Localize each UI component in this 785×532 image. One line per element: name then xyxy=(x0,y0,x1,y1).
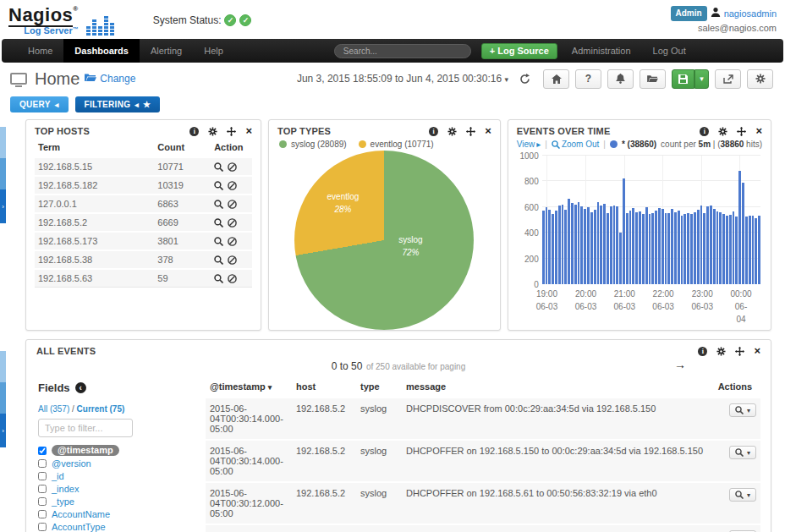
histogram-bar[interactable] xyxy=(613,206,616,284)
nav-item-home[interactable]: Home xyxy=(17,39,63,63)
histogram-bar[interactable] xyxy=(716,211,719,284)
legend-item-eventlog[interactable]: eventlog (10771) xyxy=(359,140,434,149)
field-checkbox[interactable] xyxy=(38,497,47,506)
field-filter-input[interactable] xyxy=(38,419,133,437)
histogram-bar[interactable] xyxy=(726,216,728,284)
histogram-bar[interactable] xyxy=(626,213,629,284)
histogram-bar[interactable] xyxy=(555,211,557,284)
histogram-bar[interactable] xyxy=(564,210,567,284)
histogram-bar[interactable] xyxy=(568,199,570,284)
histogram-bar[interactable] xyxy=(574,205,577,284)
exclude-filter-icon[interactable] xyxy=(228,200,237,209)
histogram-bar[interactable] xyxy=(749,216,751,284)
field-checkbox[interactable] xyxy=(38,447,47,455)
histogram-bar[interactable] xyxy=(671,209,673,284)
event-actions-button[interactable]: ▾ xyxy=(729,403,756,417)
histogram-bar[interactable] xyxy=(690,214,693,284)
nav-item-administration[interactable]: Administration xyxy=(561,39,642,63)
field-checkbox[interactable] xyxy=(38,485,47,493)
histogram-bar[interactable] xyxy=(594,210,596,284)
histogram-bar[interactable] xyxy=(571,203,574,284)
histogram-bar[interactable] xyxy=(694,212,696,284)
field-checkbox[interactable] xyxy=(38,510,47,518)
series-toggle-dot[interactable] xyxy=(610,140,618,148)
search-filter-icon[interactable] xyxy=(214,255,223,265)
collapse-fields-icon[interactable]: ‹ xyxy=(75,382,86,393)
gear-icon[interactable] xyxy=(447,127,457,136)
column-header-timestamp[interactable]: @timestamp ▾ xyxy=(206,378,292,398)
histogram-bar[interactable] xyxy=(742,183,744,284)
histogram-bar[interactable] xyxy=(658,208,661,284)
histogram-bar[interactable] xyxy=(600,206,602,284)
close-icon[interactable]: × xyxy=(754,347,760,355)
search-filter-icon[interactable] xyxy=(214,237,223,246)
refresh-icon[interactable] xyxy=(519,74,530,85)
row-toggle-dark[interactable]: › xyxy=(0,189,6,223)
field-checkbox[interactable] xyxy=(38,472,47,480)
close-icon[interactable]: × xyxy=(485,127,491,135)
histogram-bar[interactable] xyxy=(590,212,593,284)
histogram-bar[interactable] xyxy=(729,215,732,284)
nagios-logo[interactable]: Nagios® Log Server™ xyxy=(8,6,114,36)
histogram-bar[interactable] xyxy=(681,216,683,284)
histogram-bar[interactable] xyxy=(687,213,689,284)
histogram-bar[interactable] xyxy=(745,217,748,284)
save-dashboard-button[interactable] xyxy=(672,69,694,89)
histogram-bar[interactable] xyxy=(655,211,657,284)
search-filter-icon[interactable] xyxy=(214,218,223,228)
add-log-source-button[interactable]: + Log Source xyxy=(481,43,557,59)
histogram-bar[interactable] xyxy=(649,214,651,284)
query-toggle-button[interactable]: QUERY◂ xyxy=(10,96,69,112)
histogram-bar[interactable] xyxy=(619,233,622,284)
legend-item-syslog[interactable]: syslog (28089) xyxy=(279,140,347,149)
histogram-bar[interactable] xyxy=(546,207,548,284)
close-icon[interactable]: × xyxy=(245,127,252,135)
settings-gear-button[interactable] xyxy=(747,69,773,89)
histogram-bar[interactable] xyxy=(661,209,664,284)
histogram-bar[interactable] xyxy=(678,211,680,284)
filtering-toggle-button[interactable]: FILTERING◂★ xyxy=(75,96,161,112)
column-header-term[interactable]: Term xyxy=(35,140,154,157)
events-histogram[interactable]: 02004006008001000 xyxy=(542,156,760,284)
username-link[interactable]: nagiosadmin xyxy=(724,7,777,21)
histogram-bar[interactable] xyxy=(552,214,554,284)
histogram-bar[interactable] xyxy=(603,204,606,284)
search-filter-icon[interactable] xyxy=(214,274,223,283)
histogram-bar[interactable] xyxy=(607,213,609,284)
types-pie-chart[interactable] xyxy=(294,151,474,330)
histogram-bar[interactable] xyxy=(703,213,705,284)
histogram-bar[interactable] xyxy=(632,208,634,284)
histogram-bar[interactable] xyxy=(610,206,612,284)
home-button[interactable] xyxy=(543,69,569,89)
row-toggle-mid[interactable] xyxy=(0,158,6,189)
exclude-filter-icon[interactable] xyxy=(228,218,237,228)
view-menu-link[interactable]: View▸ xyxy=(517,140,541,149)
histogram-bar[interactable] xyxy=(548,210,551,284)
nav-item-dashboards[interactable]: Dashboards xyxy=(63,39,140,63)
gear-icon[interactable] xyxy=(718,127,727,136)
search-filter-icon[interactable] xyxy=(214,181,223,190)
search-filter-icon[interactable] xyxy=(214,200,223,209)
share-button[interactable] xyxy=(715,69,741,89)
nav-item-help[interactable]: Help xyxy=(193,39,234,63)
event-actions-button[interactable]: ▾ xyxy=(729,488,756,502)
histogram-bar[interactable] xyxy=(542,211,545,284)
histogram-bar[interactable] xyxy=(587,207,590,284)
move-icon[interactable] xyxy=(737,127,746,136)
event-row[interactable]: 2015-06-04T00:30:14.000-05:00 192.168.5.… xyxy=(206,398,760,440)
nav-item-logout[interactable]: Log Out xyxy=(642,39,697,63)
column-header-type[interactable]: type xyxy=(356,378,402,398)
info-icon[interactable]: i xyxy=(429,127,438,136)
histogram-bar[interactable] xyxy=(722,214,725,284)
info-icon[interactable]: i xyxy=(189,127,199,136)
change-dashboard-link[interactable]: Change xyxy=(85,73,135,85)
field-checkbox[interactable] xyxy=(38,523,47,531)
histogram-bar[interactable] xyxy=(623,178,625,284)
histogram-bar[interactable] xyxy=(700,206,703,284)
column-header-count[interactable]: Count xyxy=(154,140,211,157)
histogram-bar[interactable] xyxy=(635,212,638,284)
column-header-message[interactable]: message xyxy=(402,378,711,398)
event-row[interactable]: 2015-06-04T00:30:12.000-05:00 192.168.5.… xyxy=(206,482,760,524)
histogram-bar[interactable] xyxy=(719,212,722,284)
exclude-filter-icon[interactable] xyxy=(228,255,237,265)
